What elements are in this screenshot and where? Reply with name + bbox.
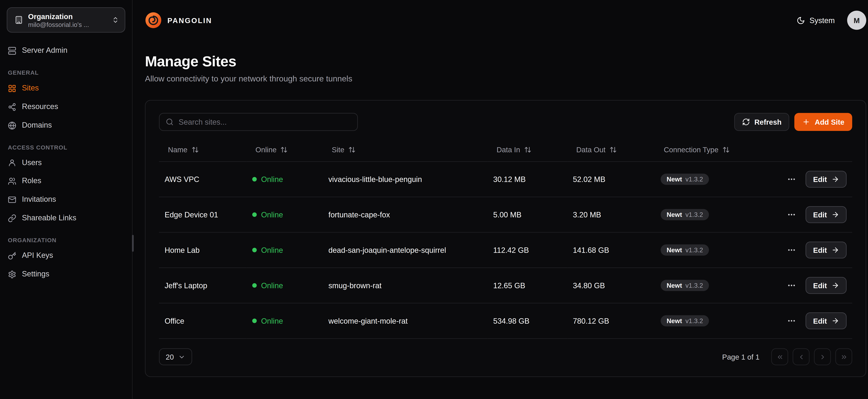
table-footer: 20 Page 1 of 1 (159, 348, 852, 365)
connection-type-badge: Newtv1.3.2 (660, 174, 709, 185)
status-badge: Online (252, 211, 283, 219)
connection-type-badge: Newtv1.3.2 (660, 315, 709, 327)
column-header-data-out[interactable]: Data Out (567, 139, 655, 161)
edit-button[interactable]: Edit (806, 171, 847, 188)
server-icon (8, 47, 16, 55)
add-site-button[interactable]: Add Site (795, 113, 852, 131)
mail-icon (8, 196, 16, 204)
topbar-right: System M (797, 10, 866, 30)
sites-card: Refresh Add Site Name Online (145, 100, 866, 377)
row-menu-button[interactable] (786, 209, 798, 220)
main-content: PANGOLIN System M Manage Sites Allow con… (133, 0, 868, 399)
prev-page-button[interactable] (793, 348, 809, 365)
sidebar-item-label: Settings (22, 270, 49, 279)
last-page-button[interactable] (835, 348, 852, 365)
sites-grid-icon (8, 84, 16, 93)
table-row: Edge Device 01 Online fortunate-cape-fox… (159, 197, 852, 232)
column-header-connection-type[interactable]: Connection Type (655, 139, 780, 161)
chevrons-up-down-icon (112, 16, 119, 24)
chevron-left-icon (797, 353, 805, 361)
key-icon (8, 252, 16, 260)
column-label: Data Out (576, 146, 606, 154)
table-row: Jeff's Laptop Online smug-brown-rat 12.6… (159, 268, 852, 303)
edit-label: Edit (813, 175, 827, 184)
site-name: Jeff's Laptop (159, 268, 247, 303)
chevron-down-icon (178, 353, 186, 361)
next-page-button[interactable] (814, 348, 831, 365)
sidebar-item-label: Users (22, 158, 42, 168)
sites-table: Name Online Site Data In Data Out Connec… (159, 139, 852, 339)
sidebar-item-settings[interactable]: Settings (0, 265, 132, 283)
online-dot-icon (252, 177, 256, 182)
sidebar-scrollbar[interactable] (132, 235, 134, 252)
theme-toggle[interactable]: System (797, 16, 835, 25)
sidebar-item-label: API Keys (22, 251, 53, 260)
sidebar: Organization milo@fossorial.io's ... Ser… (0, 0, 133, 399)
client-name: Newt (666, 282, 682, 289)
chevrons-right-icon (840, 353, 847, 361)
page-info: Page 1 of 1 (722, 352, 760, 361)
edit-label: Edit (813, 316, 827, 325)
column-header-site[interactable]: Site (323, 139, 488, 161)
sort-icon (281, 146, 288, 153)
row-menu-button[interactable] (786, 280, 798, 291)
first-page-button[interactable] (771, 348, 788, 365)
column-header-name[interactable]: Name (159, 139, 247, 161)
client-name: Newt (666, 247, 682, 253)
data-out-value: 780.12 GB (567, 303, 655, 339)
sidebar-item-server-admin[interactable]: Server Admin (0, 41, 132, 60)
org-label: Organization (28, 12, 107, 22)
column-header-online[interactable]: Online (247, 139, 323, 161)
row-menu-button[interactable] (786, 174, 798, 185)
sidebar-item-label: Roles (22, 177, 41, 186)
data-in-value: 5.00 MB (488, 197, 567, 232)
avatar[interactable]: M (847, 10, 866, 30)
arrow-right-icon (831, 281, 839, 289)
site-name: Home Lab (159, 232, 247, 268)
client-version: v1.3.2 (685, 317, 703, 324)
client-version: v1.3.2 (685, 247, 703, 253)
arrow-right-icon (831, 246, 839, 254)
edit-button[interactable]: Edit (806, 312, 847, 329)
search-box[interactable] (159, 113, 358, 131)
site-slug: welcome-giant-mole-rat (323, 303, 488, 339)
org-selector[interactable]: Organization milo@fossorial.io's ... (7, 7, 125, 33)
column-header-data-in[interactable]: Data In (488, 139, 567, 161)
sidebar-item-roles[interactable]: Roles (0, 172, 132, 190)
status-label: Online (261, 175, 283, 184)
sidebar-item-invitations[interactable]: Invitations (0, 191, 132, 209)
sidebar-item-shareable-links[interactable]: Shareable Links (0, 209, 132, 227)
sidebar-item-sites[interactable]: Sites (0, 79, 132, 98)
row-menu-button[interactable] (786, 315, 798, 327)
ellipsis-icon (787, 316, 796, 326)
search-icon (166, 118, 174, 126)
sidebar-item-label: Invitations (22, 195, 56, 205)
building-icon (14, 16, 23, 24)
connection-type-badge: Newtv1.3.2 (660, 209, 709, 220)
row-menu-button[interactable] (786, 244, 798, 256)
edit-button[interactable]: Edit (806, 277, 847, 294)
page-size-select[interactable]: 20 (159, 348, 192, 365)
table-row: Home Lab Online dead-san-joaquin-antelop… (159, 232, 852, 268)
column-header-actions (780, 139, 852, 161)
sidebar-item-users[interactable]: Users (0, 154, 132, 172)
sidebar-item-resources[interactable]: Resources (0, 98, 132, 116)
edit-button[interactable]: Edit (806, 206, 847, 223)
site-slug: vivacious-little-blue-penguin (323, 161, 488, 197)
data-out-value: 141.68 GB (567, 232, 655, 268)
online-dot-icon (252, 319, 256, 323)
online-dot-icon (252, 283, 256, 288)
sidebar-item-api-keys[interactable]: API Keys (0, 247, 132, 265)
edit-button[interactable]: Edit (806, 242, 847, 258)
refresh-button[interactable]: Refresh (734, 113, 789, 131)
client-name: Newt (666, 211, 682, 218)
status-label: Online (261, 281, 283, 290)
search-input[interactable] (179, 118, 351, 126)
share-icon (8, 103, 16, 111)
data-out-value: 34.80 GB (567, 268, 655, 303)
plus-icon (802, 118, 810, 126)
user-icon (8, 159, 16, 167)
table-row: AWS VPC Online vivacious-little-blue-pen… (159, 161, 852, 197)
sidebar-item-domains[interactable]: Domains (0, 116, 132, 134)
pangolin-logo-icon (145, 12, 162, 29)
